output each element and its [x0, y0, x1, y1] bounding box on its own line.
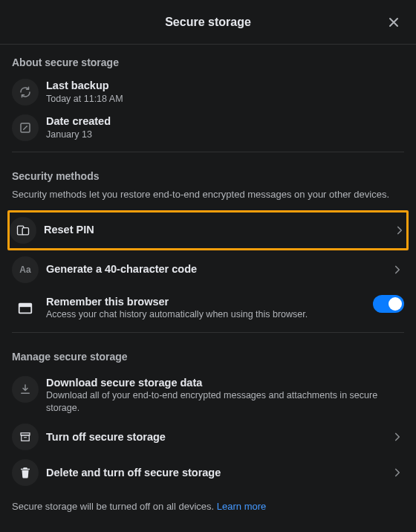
reset-pin-label: Reset PIN [44, 223, 393, 237]
security-section-title: Security methods [12, 158, 404, 188]
security-section-desc: Security methods let you restore end-to-… [12, 188, 404, 209]
last-backup-row: Last backup Today at 11:18 AM [12, 74, 404, 110]
svg-rect-4 [19, 303, 32, 307]
remember-browser-toggle[interactable] [373, 295, 404, 313]
remember-browser-sub: Access your chat history automatically w… [46, 308, 373, 321]
remember-browser-label: Remember this browser [46, 295, 373, 309]
devices-icon [10, 217, 36, 244]
turn-off-storage-label: Turn off secure storage [46, 430, 391, 444]
footer-note-text: Secure storage will be turned off on all… [12, 501, 217, 512]
generate-code-label: Generate a 40-character code [46, 262, 391, 276]
dialog-title: Secure storage [165, 16, 251, 29]
archive-icon [12, 424, 39, 450]
date-created-value: January 13 [46, 129, 404, 141]
reset-pin-highlight: Reset PIN [7, 210, 409, 250]
edit-square-icon [12, 114, 39, 141]
remember-browser-row: Remember this browser Access your chat h… [12, 288, 404, 326]
delete-turn-off-row[interactable]: Delete and turn off secure storage [12, 455, 404, 490]
svg-rect-2 [22, 227, 28, 234]
close-button[interactable] [382, 10, 406, 34]
close-icon [388, 16, 400, 28]
sync-icon [12, 79, 39, 106]
download-icon [12, 376, 39, 403]
trash-icon [12, 459, 39, 486]
download-data-sub: Download all of your end-to-end encrypte… [46, 389, 404, 415]
svg-rect-6 [22, 435, 30, 441]
chevron-right-icon [391, 263, 404, 276]
delete-turn-off-label: Delete and turn off secure storage [46, 466, 391, 480]
divider [12, 332, 404, 333]
about-section-title: About secure storage [12, 45, 404, 74]
chevron-right-icon [391, 430, 404, 444]
generate-code-row[interactable]: Aa Generate a 40-character code [12, 252, 404, 288]
date-created-label: Date created [46, 114, 404, 129]
chevron-right-icon [393, 224, 406, 237]
security-section: Security methods Security methods let yo… [0, 158, 416, 333]
aa-icon: Aa [12, 256, 39, 283]
last-backup-label: Last backup [46, 79, 404, 93]
about-section: About secure storage Last backup Today a… [0, 45, 416, 152]
chevron-right-icon [391, 466, 404, 479]
download-data-row[interactable]: Download secure storage data Download al… [12, 369, 404, 420]
learn-more-link[interactable]: Learn more [217, 501, 266, 512]
date-created-row: Date created January 13 [12, 110, 404, 146]
manage-section-title: Manage secure storage [12, 339, 404, 369]
turn-off-storage-row[interactable]: Turn off secure storage [12, 419, 404, 455]
dialog-header: Secure storage [0, 0, 416, 45]
footer-note: Secure storage will be turned off on all… [12, 490, 404, 522]
reset-pin-row[interactable]: Reset PIN [10, 213, 406, 248]
manage-section: Manage secure storage Download secure st… [0, 339, 416, 523]
divider [12, 152, 404, 152]
browser-window-icon [12, 295, 39, 322]
last-backup-value: Today at 11:18 AM [46, 93, 404, 106]
download-data-label: Download secure storage data [46, 376, 404, 390]
